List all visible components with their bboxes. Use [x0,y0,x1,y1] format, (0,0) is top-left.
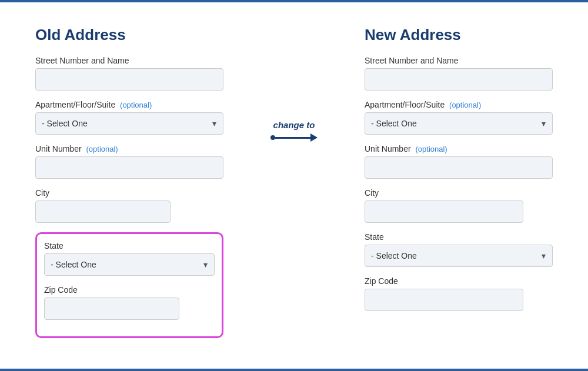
old-zip-label: Zip Code [44,285,215,295]
old-apt-group: Apartment/Floor/Suite (optional) - Selec… [35,100,223,135]
old-state-zip-highlight: State - Select One Alabama Alaska Arizon… [35,232,223,338]
new-state-label: State [365,232,553,242]
content-area: Old Address Street Number and Name Apart… [0,2,588,362]
page-container: Old Address Street Number and Name Apart… [0,0,588,371]
new-city-label: City [365,188,553,198]
new-address-title: New Address [365,26,553,44]
old-zip-group: Zip Code [44,285,215,320]
new-address-section: New Address Street Number and Name Apart… [365,26,553,320]
old-apt-label: Apartment/Floor/Suite (optional) [35,100,223,109]
new-unit-input[interactable] [365,156,553,179]
old-apt-select[interactable]: - Select One Apartment Floor Suite [35,112,223,135]
new-state-select-wrapper: - Select One Alabama Alaska Arizona Cali… [365,245,553,267]
old-state-group: State - Select One Alabama Alaska Arizon… [44,241,215,276]
old-state-select-wrapper: - Select One Alabama Alaska Arizona Cali… [44,253,215,276]
new-street-input[interactable] [365,68,553,91]
new-city-group: City [365,188,553,223]
new-apt-label: Apartment/Floor/Suite (optional) [365,100,553,109]
old-state-select[interactable]: - Select One Alabama Alaska Arizona Cali… [44,253,215,276]
arrow-head [310,133,318,142]
new-city-input[interactable] [365,200,523,223]
old-address-section: Old Address Street Number and Name Apart… [35,26,223,338]
old-apt-optional: (optional) [120,101,152,109]
old-unit-input[interactable] [35,156,223,179]
new-zip-group: Zip Code [365,276,553,311]
new-apt-select[interactable]: - Select One Apartment Floor Suite [365,112,553,135]
new-unit-optional: (optional) [415,145,447,153]
new-unit-group: Unit Number (optional) [365,144,553,179]
change-to-arrow [270,133,318,142]
old-unit-group: Unit Number (optional) [35,144,223,179]
new-zip-input[interactable] [365,289,523,311]
old-address-title: Old Address [35,26,223,44]
new-unit-label: Unit Number (optional) [365,144,553,153]
arrow-line [275,137,310,139]
old-city-input[interactable] [35,200,171,223]
bottom-border [0,369,588,371]
old-zip-input[interactable] [44,298,179,320]
middle-section: change to [259,26,329,142]
new-street-group: Street Number and Name [365,56,553,91]
old-state-label: State [44,241,215,250]
new-state-select[interactable]: - Select One Alabama Alaska Arizona Cali… [365,245,553,267]
old-apt-select-wrapper: - Select One Apartment Floor Suite [35,112,223,135]
change-to-label: change to [273,120,315,130]
old-street-label: Street Number and Name [35,56,223,65]
arrow-start [270,135,275,140]
new-apt-select-wrapper: - Select One Apartment Floor Suite [365,112,553,135]
old-city-label: City [35,188,223,198]
new-apt-group: Apartment/Floor/Suite (optional) - Selec… [365,100,553,135]
old-street-group: Street Number and Name [35,56,223,91]
old-unit-label: Unit Number (optional) [35,144,223,153]
old-city-group: City [35,188,223,223]
new-apt-optional: (optional) [449,101,481,109]
new-zip-label: Zip Code [365,276,553,286]
old-unit-optional: (optional) [86,145,118,153]
new-state-group: State - Select One Alabama Alaska Arizon… [365,232,553,267]
new-street-label: Street Number and Name [365,56,553,65]
old-street-input[interactable] [35,68,223,91]
